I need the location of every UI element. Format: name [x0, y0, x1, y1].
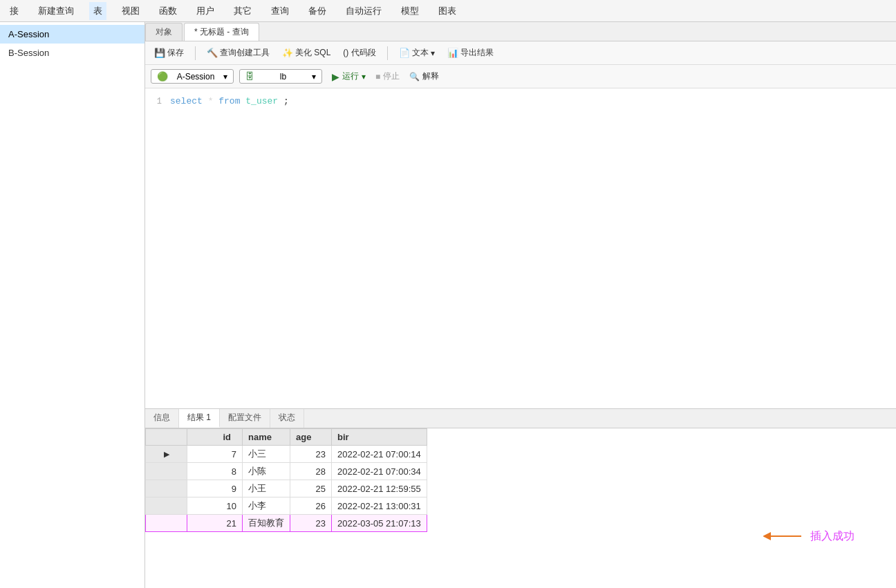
line-number-1: 1 [145, 94, 170, 109]
cell-bir: 2022-02-21 07:00:14 [332, 446, 427, 463]
result-tab-status[interactable]: 状态 [270, 409, 304, 428]
query-build-button[interactable]: 🔨 查询创建工具 [203, 46, 273, 60]
dropdown-icon: ▾ [431, 48, 435, 58]
cell-bir: 2022-02-21 13:00:31 [332, 497, 427, 515]
cell-id: 21 [187, 515, 243, 532]
toolbar-new-query[interactable]: 新建查询 [34, 2, 78, 20]
separator-2 [387, 46, 388, 60]
result-tab-result1[interactable]: 结果 1 [179, 409, 220, 428]
toolbar-connect[interactable]: 接 [6, 2, 23, 20]
code-line-1: 1 select * from t_user ; [145, 94, 896, 109]
cell-bir: 2022-02-21 07:00:34 [332, 463, 427, 480]
session-bar: 🟢 A-Session ▾ 🗄 lb ▾ ▶ 运行 ▾ ■ 停止 🔍 解释 [145, 65, 896, 88]
db-icon: 🗄 [245, 71, 254, 82]
table-row[interactable]: 9 小王 25 2022-02-21 12:59:55 [146, 480, 427, 497]
cell-age: 26 [290, 497, 332, 515]
row-indicator [146, 515, 187, 532]
stop-square-icon: ■ [375, 72, 380, 82]
row-indicator: ▶ [146, 446, 187, 463]
build-label: 查询创建工具 [220, 47, 270, 59]
toolbar-autorun[interactable]: 自动运行 [342, 2, 386, 20]
code-label: () 代码段 [343, 47, 375, 59]
session-name: A-Session [177, 72, 215, 82]
stop-button[interactable]: ■ 停止 [375, 70, 400, 82]
save-label: 保存 [167, 47, 184, 59]
main-layout: A-Session B-Session 对象 * 无标题 - 查询 💾 保存 🔨… [0, 22, 896, 588]
query-toolbar: 💾 保存 🔨 查询创建工具 ✨ 美化 SQL () 代码段 📄 文本 ▾ [145, 41, 896, 65]
toolbar-query[interactable]: 查询 [267, 2, 293, 20]
tab-query[interactable]: * 无标题 - 查询 [184, 23, 259, 41]
code-editor[interactable]: 1 select * from t_user ; [145, 88, 896, 408]
toolbar-chart[interactable]: 图表 [434, 2, 460, 20]
cell-id: 9 [187, 480, 243, 497]
separator-1 [195, 46, 196, 60]
toolbar-model[interactable]: 模型 [397, 2, 423, 20]
cell-bir: 2022-02-21 12:59:55 [332, 480, 427, 497]
keyword-from: from [218, 96, 240, 106]
text-label: 文本 [412, 47, 429, 59]
toolbar-backup[interactable]: 备份 [304, 2, 330, 20]
db-selector[interactable]: 🗄 lb ▾ [239, 69, 322, 84]
cell-age: 23 [290, 446, 332, 463]
table-row[interactable]: 8 小陈 28 2022-02-21 07:00:34 [146, 463, 427, 480]
result-tab-profile[interactable]: 配置文件 [220, 409, 270, 428]
export-icon: 📊 [447, 48, 458, 58]
sidebar-item-b-session[interactable]: B-Session [0, 44, 144, 62]
export-label: 导出结果 [460, 47, 494, 59]
explain-icon: 🔍 [409, 72, 420, 82]
tab-object[interactable]: 对象 [145, 23, 183, 41]
session-dropdown-icon: ▾ [223, 72, 227, 82]
cell-id: 8 [187, 463, 243, 480]
cell-name: 小陈 [243, 463, 290, 480]
toolbar-user[interactable]: 用户 [192, 2, 218, 20]
col-header-name: name [243, 429, 290, 446]
cell-id: 7 [187, 446, 243, 463]
results-panel: 信息 结果 1 配置文件 状态 id name age bir [145, 408, 896, 588]
beautify-button[interactable]: ✨ 美化 SQL [279, 46, 334, 60]
insert-success-text: 插入成功 [810, 529, 855, 544]
sidebar-item-a-session[interactable]: A-Session [0, 25, 144, 44]
arrow-icon [763, 526, 805, 547]
text-button[interactable]: 📄 文本 ▾ [395, 46, 438, 60]
cell-age: 28 [290, 463, 332, 480]
row-indicator [146, 497, 187, 515]
sidebar: A-Session B-Session [0, 22, 145, 588]
semicolon: ; [283, 96, 289, 106]
content-area: 对象 * 无标题 - 查询 💾 保存 🔨 查询创建工具 ✨ 美化 SQL () … [145, 22, 896, 588]
cell-age: 25 [290, 480, 332, 497]
cell-bir: 2022-03-05 21:07:13 [332, 515, 427, 532]
save-button[interactable]: 💾 保存 [151, 46, 187, 60]
cell-age: 23 [290, 515, 332, 532]
col-header-id: id [187, 429, 243, 446]
data-table-wrapper: id name age bir ▶ 7 小三 23 2022-02-21 07: [145, 428, 896, 588]
top-toolbar: 接 新建查询 表 视图 函数 用户 其它 查询 备份 自动运行 模型 图表 [0, 0, 896, 22]
toolbar-other[interactable]: 其它 [230, 2, 256, 20]
session-selector[interactable]: 🟢 A-Session ▾ [151, 69, 234, 84]
beautify-icon: ✨ [282, 48, 293, 58]
export-button[interactable]: 📊 导出结果 [444, 46, 497, 60]
col-header-bir: bir [332, 429, 427, 446]
session-icon: 🟢 [157, 71, 168, 82]
run-dropdown-icon: ▾ [362, 72, 366, 82]
row-indicator [146, 480, 187, 497]
run-triangle-icon: ▶ [332, 71, 339, 82]
toolbar-table[interactable]: 表 [89, 2, 106, 20]
result-tabs: 信息 结果 1 配置文件 状态 [145, 409, 896, 428]
explain-button[interactable]: 🔍 解释 [405, 69, 443, 84]
result-tab-info[interactable]: 信息 [145, 409, 179, 428]
star-op: * [208, 96, 214, 106]
run-button[interactable]: ▶ 运行 ▾ [328, 69, 370, 84]
toolbar-view[interactable]: 视图 [118, 2, 144, 20]
code-segment-button[interactable]: () 代码段 [339, 46, 379, 60]
table-row[interactable]: ▶ 7 小三 23 2022-02-21 07:00:14 [146, 446, 427, 463]
table-row[interactable]: 10 小李 26 2022-02-21 13:00:31 [146, 497, 427, 515]
table-row-selected[interactable]: 21 百知教育 23 2022-03-05 21:07:13 [146, 515, 427, 532]
run-label: 运行 [342, 70, 359, 82]
text-icon: 📄 [399, 48, 410, 58]
result-table: id name age bir ▶ 7 小三 23 2022-02-21 07: [145, 428, 427, 532]
save-icon: 💾 [154, 48, 165, 58]
code-content-1: select * from t_user ; [170, 94, 289, 109]
toolbar-function[interactable]: 函数 [155, 2, 181, 20]
db-dropdown-icon: ▾ [312, 72, 316, 82]
beautify-label: 美化 SQL [295, 47, 330, 59]
